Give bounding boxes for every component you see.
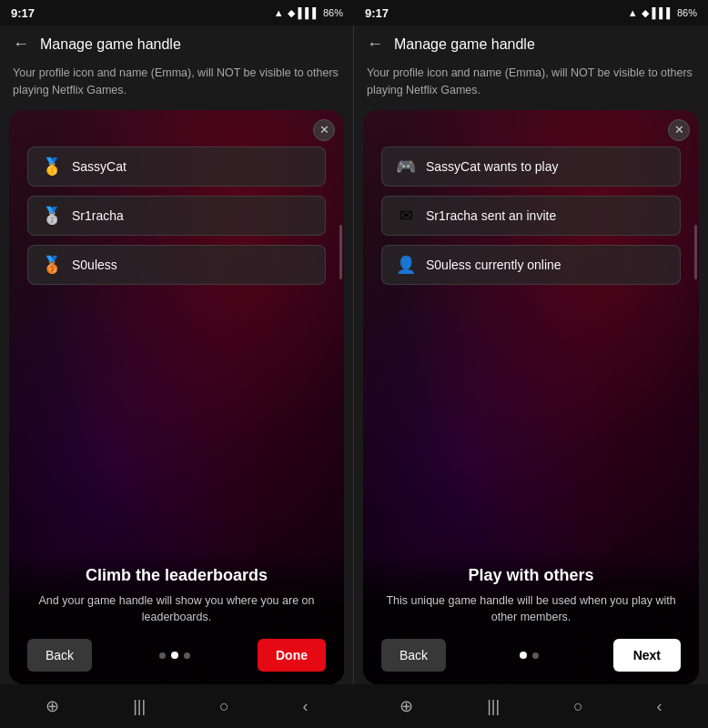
home-nav-icon-left[interactable]: ○ bbox=[219, 697, 229, 716]
status-icons-right: ▲ ◆ ▌▌▌ 86% bbox=[628, 7, 697, 19]
list-item-text: Sr1racha sent an invite bbox=[426, 208, 556, 223]
menu-nav-icon-left[interactable]: ||| bbox=[133, 697, 146, 716]
list-item-text: SassyCat bbox=[72, 159, 126, 174]
card-right: ✕ 🎮 SassyCat wants to play ✉ Sr1racha se… bbox=[363, 110, 699, 685]
status-bar-right: 9:17 ▲ ◆ ▌▌▌ 86% bbox=[354, 0, 708, 25]
home-nav-icon-right[interactable]: ○ bbox=[573, 697, 583, 716]
list-item: 🎮 SassyCat wants to play bbox=[381, 147, 681, 187]
back-button-right[interactable]: Back bbox=[381, 639, 446, 672]
pagination-dots-left bbox=[159, 652, 190, 659]
list-item-text: S0uless bbox=[72, 258, 117, 272]
list-item-text: Sr1racha bbox=[72, 208, 124, 223]
bottom-nav-left: ⊕ ||| ○ ‹ bbox=[0, 684, 354, 728]
dot-1-right bbox=[520, 652, 527, 659]
page-title-right: Manage game handle bbox=[394, 36, 535, 53]
wifi-icon-r: ◆ bbox=[642, 7, 649, 19]
menu-nav-icon-right[interactable]: ||| bbox=[487, 697, 500, 716]
back-arrow-left[interactable]: ← bbox=[13, 35, 29, 54]
pagination-dots-right bbox=[520, 652, 539, 659]
signal-icon: ▲ bbox=[274, 7, 284, 18]
card-title-left: Climb the leaderboards bbox=[27, 566, 326, 585]
back-nav-icon-right[interactable]: ‹ bbox=[657, 697, 662, 716]
main-content: ← Manage game handle Your profile icon a… bbox=[0, 25, 708, 684]
next-button-right[interactable]: Next bbox=[613, 639, 681, 672]
list-item: 🥉 S0uless bbox=[27, 245, 326, 285]
list-item: 🥈 Sr1racha bbox=[27, 196, 326, 236]
back-arrow-right[interactable]: ← bbox=[367, 35, 383, 54]
list-item-text: SassyCat wants to play bbox=[426, 159, 559, 174]
status-icons-left: ▲ ◆ ▌▌▌ 86% bbox=[274, 7, 343, 19]
card-subtitle-left: And your game handle will show you where… bbox=[27, 592, 326, 627]
page-title-left: Manage game handle bbox=[40, 36, 181, 53]
card-nav-right: Back Next bbox=[381, 639, 681, 672]
close-button-left[interactable]: ✕ bbox=[313, 119, 335, 141]
list-item: ✉ Sr1racha sent an invite bbox=[381, 196, 681, 236]
list-item-text: S0uless currently online bbox=[426, 258, 561, 272]
card-list-left: 🥇 SassyCat 🥈 Sr1racha 🥉 S0uless bbox=[9, 110, 344, 285]
phone-panel-left: ← Manage game handle Your profile icon a… bbox=[0, 25, 354, 684]
status-time-left: 9:17 bbox=[11, 6, 35, 20]
list-item: 🥇 SassyCat bbox=[27, 147, 326, 187]
list-item: 👤 S0uless currently online bbox=[381, 245, 681, 285]
description-right: Your profile icon and name (Emma), will … bbox=[354, 61, 708, 110]
nav-bar-left: ← Manage game handle bbox=[0, 25, 353, 61]
close-button-right[interactable]: ✕ bbox=[668, 119, 690, 141]
status-time-right: 9:17 bbox=[365, 6, 389, 20]
description-left: Your profile icon and name (Emma), will … bbox=[0, 61, 353, 110]
envelope-icon: ✉ bbox=[395, 206, 417, 226]
signal-icon-r: ▲ bbox=[628, 7, 638, 18]
battery-percent-left: 86% bbox=[323, 7, 343, 18]
card-bottom-right: Play with others This unique game handle… bbox=[363, 551, 699, 685]
phone-panel-right: ← Manage game handle Your profile icon a… bbox=[354, 25, 708, 684]
card-list-right: 🎮 SassyCat wants to play ✉ Sr1racha sent… bbox=[363, 110, 699, 285]
card-nav-left: Back Done bbox=[27, 639, 326, 672]
gamepad-icon: 🎮 bbox=[395, 157, 417, 177]
back-nav-icon-left[interactable]: ‹ bbox=[303, 697, 308, 716]
nav-bar-right: ← Manage game handle bbox=[354, 25, 708, 61]
medal-gold-icon: 🥇 bbox=[41, 157, 63, 177]
wifi-icon: ◆ bbox=[288, 7, 295, 19]
game-nav-icon-left[interactable]: ⊕ bbox=[46, 696, 59, 716]
done-button-left[interactable]: Done bbox=[258, 639, 326, 672]
battery-icon: ▌▌▌ bbox=[298, 7, 319, 18]
card-bottom-left: Climb the leaderboards And your game han… bbox=[9, 551, 344, 685]
medal-bronze-icon: 🥉 bbox=[41, 255, 63, 275]
dot-2-right bbox=[532, 652, 539, 659]
card-title-right: Play with others bbox=[381, 566, 681, 585]
card-left: ✕ 🥇 SassyCat 🥈 Sr1racha 🥉 S0uless Climb … bbox=[9, 110, 344, 685]
dot-3-left bbox=[184, 652, 190, 659]
dot-1-left bbox=[159, 652, 166, 659]
battery-percent-right: 86% bbox=[677, 7, 697, 18]
game-nav-icon-right[interactable]: ⊕ bbox=[400, 696, 413, 716]
back-button-left[interactable]: Back bbox=[27, 639, 92, 672]
medal-silver-icon: 🥈 bbox=[41, 206, 63, 226]
dot-2-left bbox=[171, 652, 178, 659]
card-subtitle-right: This unique game handle will be used whe… bbox=[381, 592, 681, 627]
person-icon: 👤 bbox=[395, 255, 417, 275]
status-bar: 9:17 ▲ ◆ ▌▌▌ 86% 9:17 ▲ ◆ ▌▌▌ 86% bbox=[0, 0, 708, 25]
battery-icon-r: ▌▌▌ bbox=[652, 7, 673, 18]
status-bar-left: 9:17 ▲ ◆ ▌▌▌ 86% bbox=[0, 0, 354, 25]
bottom-nav-right: ⊕ ||| ○ ‹ bbox=[354, 684, 708, 728]
bottom-navigation: ⊕ ||| ○ ‹ ⊕ ||| ○ ‹ bbox=[0, 684, 708, 728]
